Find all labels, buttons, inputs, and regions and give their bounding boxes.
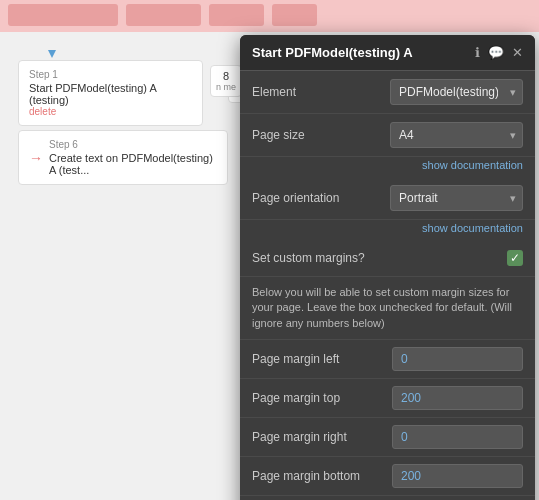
- top-bar-block: [272, 4, 317, 26]
- chat-icon[interactable]: 💬: [488, 45, 504, 60]
- top-bar-block: [126, 4, 201, 26]
- modal-panel: Start PDFModel(testing) A ℹ 💬 ✕ Element …: [240, 35, 535, 500]
- step-label-1: Step 1: [29, 69, 192, 80]
- page-size-label: Page size: [252, 128, 382, 142]
- info-icon[interactable]: ℹ: [475, 45, 480, 60]
- custom-margins-label: Set custom margins?: [252, 251, 365, 265]
- margin-left-label: Page margin left: [252, 352, 392, 366]
- margin-right-row: Page margin right: [240, 418, 535, 457]
- margin-right-label: Page margin right: [252, 430, 392, 444]
- margin-top-label: Page margin top: [252, 391, 392, 405]
- page-orientation-select[interactable]: Portrait Landscape: [390, 185, 523, 211]
- top-bar-block: [209, 4, 264, 26]
- modal-title: Start PDFModel(testing) A: [252, 45, 413, 60]
- step-label-6: Step 6: [49, 139, 217, 150]
- page-orientation-label: Page orientation: [252, 191, 382, 205]
- page-orientation-select-wrapper: Portrait Landscape: [390, 185, 523, 211]
- margin-left-input[interactable]: [392, 347, 523, 371]
- page-size-show-docs[interactable]: show documentation: [240, 157, 535, 177]
- margin-bottom-label: Page margin bottom: [252, 469, 392, 483]
- element-row: Element PDFModel(testing) A: [240, 71, 535, 114]
- page-size-select[interactable]: A4 Letter A3: [390, 122, 523, 148]
- margin-bottom-row: Page margin bottom: [240, 457, 535, 496]
- top-bar: [0, 0, 539, 32]
- modal-icons: ℹ 💬 ✕: [475, 45, 523, 60]
- step-card-6: → Step 6 Create text on PDFModel(testing…: [18, 130, 228, 185]
- page-orientation-show-docs[interactable]: show documentation: [240, 220, 535, 240]
- custom-margins-row: Set custom margins? ✓: [240, 240, 535, 277]
- margin-left-row: Page margin left: [240, 340, 535, 379]
- info-text: Below you will be able to set custom mar…: [240, 277, 535, 340]
- modal-header: Start PDFModel(testing) A ℹ 💬 ✕: [240, 35, 535, 71]
- page-orientation-row: Page orientation Portrait Landscape: [240, 177, 535, 220]
- step-title-1: Start PDFModel(testing) A (testing): [29, 82, 192, 106]
- margin-right-input[interactable]: [392, 425, 523, 449]
- step6-arrow-icon: →: [29, 150, 43, 166]
- custom-margins-checkbox[interactable]: ✓: [507, 250, 523, 266]
- step-number-badge: 8 n me: [210, 65, 242, 97]
- margin-top-row: Page margin top: [240, 379, 535, 418]
- step-card-1: Step 1 Start PDFModel(testing) A (testin…: [18, 60, 203, 126]
- element-select-wrapper: PDFModel(testing) A: [390, 79, 523, 105]
- only-when-row: Only when Click: [240, 496, 535, 500]
- page-size-select-wrapper: A4 Letter A3: [390, 122, 523, 148]
- page-size-row: Page size A4 Letter A3: [240, 114, 535, 157]
- step-delete-button[interactable]: delete: [29, 106, 192, 117]
- margin-top-input[interactable]: [392, 386, 523, 410]
- top-bar-block: [8, 4, 118, 26]
- modal-body: Element PDFModel(testing) A Page size A4…: [240, 71, 535, 500]
- margin-bottom-input[interactable]: [392, 464, 523, 488]
- badge-number: 8: [216, 70, 236, 82]
- element-label: Element: [252, 85, 382, 99]
- step-title-6: Create text on PDFModel(testing) A (test…: [49, 152, 217, 176]
- element-select[interactable]: PDFModel(testing) A: [390, 79, 523, 105]
- badge-sublabel: n me: [216, 82, 236, 92]
- close-icon[interactable]: ✕: [512, 45, 523, 60]
